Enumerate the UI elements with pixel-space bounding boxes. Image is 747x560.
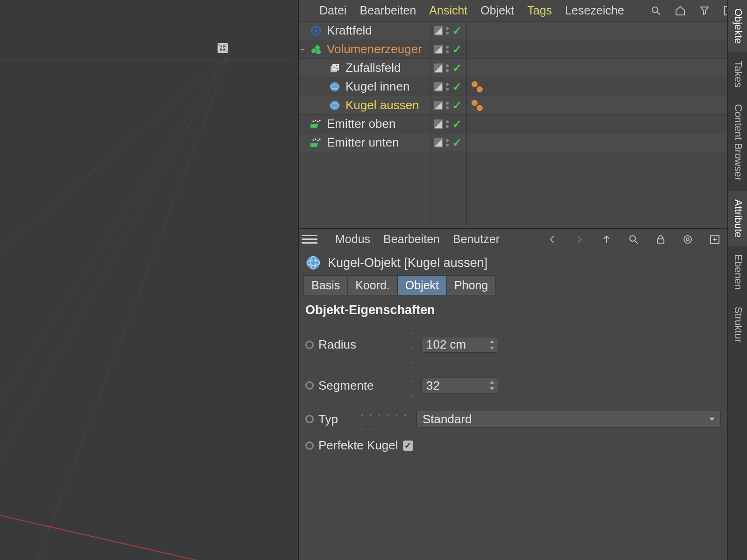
layer-toggle-icon[interactable] [434, 82, 443, 91]
lock-icon[interactable] [654, 232, 668, 246]
svg-point-34 [312, 139, 314, 140]
tab-koord[interactable]: Koord. [348, 275, 398, 295]
param-bullet-icon[interactable] [305, 341, 314, 349]
side-tab-strip: Objekte Takes Content Browser Attribute … [727, 0, 747, 560]
viewport-3d[interactable] [0, 0, 298, 560]
svg-point-46 [307, 256, 320, 269]
svg-line-1 [0, 54, 229, 401]
layer-toggle-icon[interactable] [434, 119, 443, 129]
add-panel-icon[interactable] [708, 232, 722, 246]
visibility-dots-icon[interactable] [446, 64, 450, 72]
record-icon[interactable] [681, 232, 695, 246]
side-tab-content-browser[interactable]: Content Browser [728, 96, 747, 189]
enabled-check-icon[interactable]: ✓ [452, 24, 462, 37]
object-label: Zufallsfeld [345, 61, 727, 75]
input-segmente-value: 32 [426, 378, 440, 393]
menu-objekt[interactable]: Objekt [480, 4, 514, 17]
viewport-rotate-icon[interactable] [258, 42, 272, 56]
tree-row[interactable]: Kugel aussen✓ [299, 96, 727, 115]
back-arrow-icon[interactable] [545, 232, 559, 246]
side-tab-struktur[interactable]: Struktur [728, 298, 747, 351]
svg-line-5 [0, 513, 257, 560]
enabled-check-icon[interactable]: ✓ [452, 43, 462, 56]
param-bullet-icon[interactable] [305, 381, 314, 390]
label-typ: Typ [318, 412, 356, 427]
tree-row[interactable]: Emitter unten✓ [299, 133, 727, 152]
svg-line-39 [635, 241, 638, 244]
tree-row[interactable]: Zufallsfeld✓ [299, 59, 727, 77]
menu-bearbeiten[interactable]: Bearbeiten [383, 232, 440, 246]
input-radius[interactable]: 102 cm [421, 337, 498, 353]
emitter-icon [310, 118, 322, 130]
tab-objekt[interactable]: Objekt [398, 275, 447, 295]
svg-rect-33 [310, 143, 318, 147]
expand-toggle-icon[interactable]: − [299, 46, 306, 53]
param-bullet-icon[interactable] [305, 415, 314, 423]
svg-point-35 [315, 138, 316, 140]
label-perfekte-kugel: Perfekte Kugel [318, 438, 398, 453]
hamburger-icon[interactable] [302, 231, 317, 247]
phong-tag-icon[interactable] [471, 80, 484, 93]
svg-point-31 [317, 121, 318, 122]
menu-tags[interactable]: Tags [528, 4, 552, 17]
layer-toggle-icon[interactable] [434, 26, 443, 35]
enabled-check-icon[interactable]: ✓ [452, 136, 462, 149]
tab-phong[interactable]: Phong [447, 275, 496, 295]
enabled-check-icon[interactable]: ✓ [452, 62, 462, 75]
visibility-dots-icon[interactable] [446, 120, 450, 128]
menu-lesezeiche[interactable]: Lesezeiche [565, 4, 624, 17]
enabled-check-icon[interactable]: ✓ [452, 80, 462, 93]
checkbox-perfekte-kugel[interactable]: ✓ [403, 441, 413, 451]
object-label: Emitter unten [327, 135, 727, 150]
spinner-icon[interactable] [488, 379, 496, 392]
dropdown-typ[interactable]: Standard [416, 411, 721, 427]
side-tab-objekte[interactable]: Objekte [728, 0, 747, 52]
layer-toggle-icon[interactable] [434, 45, 443, 54]
tree-row[interactable]: Kugel innen✓ [299, 77, 727, 96]
menu-ansicht[interactable]: Ansicht [429, 4, 467, 17]
viewport-dolly-icon[interactable] [237, 42, 251, 56]
viewport-layout-icon[interactable] [278, 42, 292, 56]
attribute-tabs: Basis Koord. Objekt Phong [299, 275, 727, 295]
side-tab-ebenen[interactable]: Ebenen [728, 246, 747, 298]
menu-bearbeiten[interactable]: Bearbeiten [359, 4, 416, 17]
visibility-dots-icon[interactable] [446, 139, 450, 147]
filter-icon[interactable] [699, 4, 710, 18]
svg-line-2 [0, 55, 229, 457]
up-arrow-icon[interactable] [599, 232, 613, 246]
param-bullet-icon[interactable] [305, 441, 314, 450]
visibility-dots-icon[interactable] [446, 27, 450, 35]
visibility-dots-icon[interactable] [446, 46, 450, 53]
sphere-icon [329, 99, 341, 112]
tab-basis[interactable]: Basis [303, 275, 348, 295]
layer-toggle-icon[interactable] [434, 138, 443, 147]
menu-datei[interactable]: Datei [319, 4, 346, 17]
search-icon[interactable] [627, 232, 641, 246]
object-label: Kugel aussen [345, 98, 727, 112]
svg-point-32 [319, 119, 320, 121]
phong-tag-icon[interactable] [471, 99, 484, 112]
side-tab-takes[interactable]: Takes [728, 52, 747, 96]
svg-rect-7 [220, 45, 226, 51]
search-icon[interactable] [650, 4, 662, 18]
object-manager-panel: Datei Bearbeiten Ansicht Objekt Tags Les… [299, 0, 727, 229]
menu-benutzer[interactable]: Benutzer [453, 232, 500, 246]
enabled-check-icon[interactable]: ✓ [452, 118, 462, 131]
home-icon[interactable] [675, 4, 686, 18]
visibility-dots-icon[interactable] [446, 83, 450, 91]
side-tab-attribute[interactable]: Attribute [728, 191, 747, 246]
svg-point-42 [686, 238, 689, 241]
tree-row[interactable]: −Volumenerzeuger✓ [299, 40, 727, 59]
tree-row[interactable]: Kraftfeld✓ [299, 21, 727, 40]
svg-point-18 [316, 49, 321, 54]
svg-point-24 [330, 82, 339, 91]
layer-toggle-icon[interactable] [434, 101, 443, 110]
svg-point-30 [315, 119, 316, 121]
input-segmente[interactable]: 32 [421, 378, 498, 393]
visibility-dots-icon[interactable] [446, 102, 450, 109]
menu-modus[interactable]: Modus [335, 232, 370, 246]
spinner-icon[interactable] [488, 338, 496, 351]
tree-row[interactable]: Emitter oben✓ [299, 115, 727, 133]
enabled-check-icon[interactable]: ✓ [452, 99, 462, 112]
layer-toggle-icon[interactable] [434, 63, 443, 73]
